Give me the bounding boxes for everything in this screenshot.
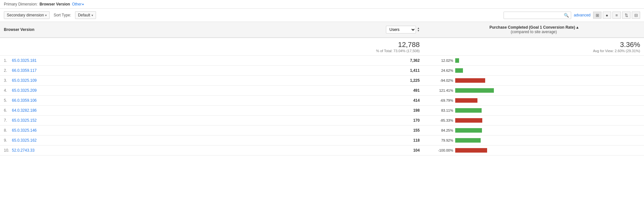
conversion-cell: -94.02% xyxy=(424,76,644,86)
conversion-cell: 12.02% xyxy=(424,56,644,66)
table-row: 9.65.0.3325.162118 79.92% xyxy=(0,136,644,146)
browser-cell: 9.65.0.3325.162 xyxy=(0,136,306,146)
row-num: 3. xyxy=(4,78,12,83)
conversion-cell: 84.25% xyxy=(424,126,644,136)
users-cell: 1,411 xyxy=(306,66,424,76)
bar-label: -69.79% xyxy=(428,99,453,102)
other-link[interactable]: Other ▾ xyxy=(72,2,84,6)
bar-label: 121.41% xyxy=(428,89,453,92)
bar-label: 83.11% xyxy=(428,108,453,112)
browser-cell: 4.65.0.3325.209 xyxy=(0,86,306,96)
browser-link[interactable]: 66.0.3359.117 xyxy=(12,68,37,73)
negative-bar xyxy=(455,148,487,153)
table-row: 4.65.0.3325.209491 121.41% xyxy=(0,86,644,96)
browser-link[interactable]: 64.0.3282.186 xyxy=(12,108,37,113)
row-num: 10. xyxy=(4,148,12,153)
summary-users-pct: % of Total: 73.04% (17,508) xyxy=(310,49,420,53)
browser-link[interactable]: 66.0.3359.106 xyxy=(12,98,37,103)
conversion-cell: -100.00% xyxy=(424,146,644,155)
positive-bar xyxy=(455,108,482,113)
other-chevron: ▾ xyxy=(82,3,84,6)
positive-bar xyxy=(455,138,481,143)
row-num: 4. xyxy=(4,88,12,93)
row-num: 2. xyxy=(4,68,12,73)
table-row: 1.65.0.3325.1817,362 12.02% xyxy=(0,56,644,66)
summary-row: 12,788 % of Total: 73.04% (17,508) 3.36%… xyxy=(0,38,644,56)
browser-link[interactable]: 65.0.3325.162 xyxy=(12,138,37,143)
bar-label: 12.02% xyxy=(428,59,453,62)
table-row: 6.64.0.3282.186198 83.11% xyxy=(0,106,644,116)
view-icons: ⊞ ● ≡ ⇅ ⊟ xyxy=(593,12,640,19)
summary-users-cell: 12,788 % of Total: 73.04% (17,508) xyxy=(306,38,424,56)
view-icon-grid[interactable]: ⊞ xyxy=(593,12,601,19)
summary-avg-rate: 3.36% xyxy=(428,41,640,49)
browser-cell: 7.65.0.3325.152 xyxy=(0,116,306,126)
negative-bar xyxy=(455,78,485,83)
browser-link[interactable]: 52.0.2743.33 xyxy=(12,148,34,153)
bar-label: 24.62% xyxy=(428,69,453,72)
browser-link[interactable]: 65.0.3325.152 xyxy=(12,118,37,123)
row-num: 9. xyxy=(4,138,12,143)
browser-cell: 5.66.0.3359.106 xyxy=(0,96,306,106)
bar-label: -100.00% xyxy=(428,148,453,152)
browser-cell: 10.52.0.2743.33 xyxy=(0,146,306,155)
row-num: 7. xyxy=(4,118,12,123)
summary-empty-cell xyxy=(0,38,306,56)
table-row: 5.66.0.3359.106414 -69.79% xyxy=(0,96,644,106)
row-num: 6. xyxy=(4,108,12,113)
browser-link[interactable]: 65.0.3325.209 xyxy=(12,88,37,93)
row-num: 1. xyxy=(4,58,12,63)
bar-label: -85.33% xyxy=(428,118,453,122)
col-users-header: Users Sessions Pageviews ▲ ▼ xyxy=(306,22,424,38)
bar-label: 84.25% xyxy=(428,128,453,132)
conversion-cell: 79.92% xyxy=(424,136,644,146)
toolbar-right: 🔍 advanced ⊞ ● ≡ ⇅ ⊟ xyxy=(504,12,640,19)
browser-cell: 8.65.0.3325.146 xyxy=(0,126,306,136)
users-cell: 7,362 xyxy=(306,56,424,66)
users-cell: 198 xyxy=(306,106,424,116)
users-cell: 414 xyxy=(306,96,424,106)
table-row: 3.65.0.3325.1091,225 -94.02% xyxy=(0,76,644,86)
secondary-dim-button[interactable]: Secondary dimension ▾ xyxy=(4,11,50,19)
search-box: 🔍 xyxy=(504,12,571,19)
browser-link[interactable]: 65.0.3325.109 xyxy=(12,78,37,83)
bar-label: 79.92% xyxy=(428,138,453,142)
secondary-dim-chevron: ▾ xyxy=(45,14,47,17)
summary-rate-cell: 3.36% Avg for View: 2.60% (29.31%) xyxy=(424,38,644,56)
users-cell: 1,225 xyxy=(306,76,424,86)
browser-link[interactable]: 65.0.3325.181 xyxy=(12,58,37,63)
users-metric-select[interactable]: Users Sessions Pageviews xyxy=(386,26,416,33)
bar-label: -94.02% xyxy=(428,79,453,82)
positive-bar xyxy=(455,128,482,133)
sort-type-button[interactable]: Default ▾ xyxy=(75,11,96,19)
table-row: 10.52.0.2743.33104 -100.00% xyxy=(0,146,644,155)
positive-bar xyxy=(455,58,459,63)
table-header-row: Browser Version Users Sessions Pageviews… xyxy=(0,22,644,38)
row-num: 5. xyxy=(4,98,12,103)
view-icon-pie[interactable]: ● xyxy=(603,12,611,19)
search-input[interactable] xyxy=(506,13,564,17)
sort-arrows[interactable]: ▲ ▼ xyxy=(417,27,420,32)
col-purchase-header: Purchase Completed (Goal 1 Conversion Ra… xyxy=(424,22,644,38)
row-num: 8. xyxy=(4,128,12,133)
sort-type-chevron: ▾ xyxy=(91,14,93,17)
conversion-cell: 121.41% xyxy=(424,86,644,96)
table-row: 2.66.0.3359.1171,411 24.62% xyxy=(0,66,644,76)
view-icon-table[interactable]: ≡ xyxy=(612,12,621,19)
users-cell: 491 xyxy=(306,86,424,96)
primary-dim-value: Browser Version xyxy=(40,2,70,6)
view-icon-list[interactable]: ⊟ xyxy=(632,12,640,19)
table-row: 8.65.0.3325.146155 84.25% xyxy=(0,126,644,136)
col-purchase-label: Purchase Completed (Goal 1 Conversion Ra… xyxy=(428,25,640,30)
conversion-cell: 83.11% xyxy=(424,106,644,116)
summary-rate-sub: Avg for View: 2.60% (29.31%) xyxy=(428,49,640,53)
toolbar: Secondary dimension ▾ Sort Type: Default… xyxy=(0,9,644,22)
advanced-link[interactable]: advanced xyxy=(574,13,591,17)
browser-cell: 6.64.0.3282.186 xyxy=(0,106,306,116)
browser-link[interactable]: 65.0.3325.146 xyxy=(12,128,37,133)
secondary-dim-label: Secondary dimension xyxy=(7,13,44,17)
view-icon-sort[interactable]: ⇅ xyxy=(622,12,630,19)
primary-dim-label: Primary Dimension: xyxy=(4,2,38,6)
conversion-cell: -69.79% xyxy=(424,96,644,106)
conversion-cell: -85.33% xyxy=(424,116,644,126)
